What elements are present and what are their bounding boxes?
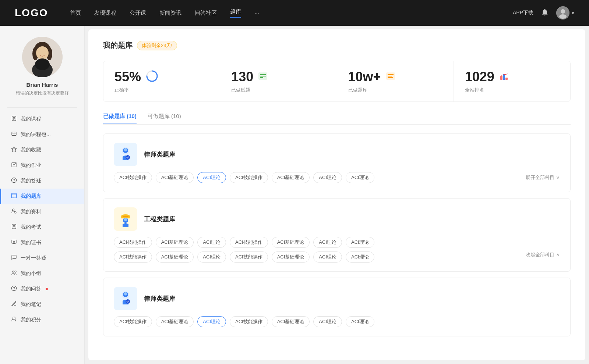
tag[interactable]: ACI理论 [346,251,374,263]
tag[interactable]: ACI基础理论 [272,172,310,183]
nav-home[interactable]: 首页 [70,10,81,17]
stat-value: 10w+ [348,69,381,85]
svg-point-29 [14,211,16,213]
nav-qa[interactable]: 问答社区 [195,10,217,17]
sidebar-item-course-pack[interactable]: 我的课程包... [0,127,84,142]
tag-active[interactable]: ACI理论 [197,172,226,183]
tag[interactable]: ACI理论 [346,316,374,327]
tag[interactable]: ACI技能操作 [114,172,152,183]
svg-point-9 [36,46,49,60]
tag-active[interactable]: ACI理论 [197,316,226,327]
sidebar-item-my-qa[interactable]: 我的答疑 [0,173,84,189]
one-on-one-icon [11,254,17,262]
svg-rect-16 [12,132,16,135]
tag[interactable]: ACI理论 [313,251,342,263]
bank-section-lawyer-1: 律师类题库 ACI技能操作 ACI基础理论 ACI理论 ACI技能操作 ACI基… [103,133,571,192]
nav-discover[interactable]: 发现课程 [94,10,116,17]
tag[interactable]: ACI技能操作 [230,316,268,327]
stat-value: 55% [114,69,141,85]
sidebar-item-course[interactable]: 我的课程 [0,111,84,127]
nav-menu: 首页 发现课程 公开课 新闻资讯 问答社区 题库 ··· [70,8,513,18]
tabs-row: 已做题库 (10) 可做题库 (10) [103,113,571,125]
sidebar-label: 一对一答疑 [21,255,46,261]
sidebar-label: 我的积分 [21,317,41,323]
nav-news[interactable]: 新闻资讯 [159,10,181,17]
svg-point-37 [11,286,16,290]
tag[interactable]: ACI基础理论 [156,316,194,327]
stat-label: 正确率 [114,87,209,93]
profile-avatar [22,37,63,77]
tag[interactable]: ACI技能操作 [114,251,152,263]
svg-point-35 [13,271,14,272]
materials-icon [11,208,17,215]
star-icon [11,146,17,154]
sidebar-item-notes[interactable]: 我的笔记 [0,297,84,312]
sidebar-label: 我的证书 [21,239,41,246]
notes-icon [11,301,17,308]
tag[interactable]: ACI理论 [313,316,342,327]
sidebar-item-group[interactable]: 我的小组 [0,266,84,281]
tag[interactable]: ACI理论 [313,237,342,248]
expand-button[interactable]: 展开全部科目 ∨ [526,174,560,181]
my-question-icon [11,285,17,293]
svg-point-36 [15,271,16,272]
tag[interactable]: ACI基础理论 [272,316,310,327]
sidebar-label: 我的笔记 [21,301,41,308]
svg-point-28 [12,209,14,211]
trial-badge: 体验剩余23天! [137,41,177,50]
tab-done-banks[interactable]: 已做题库 (10) [103,113,137,124]
stat-label: 已做试题 [231,87,325,93]
stat-accuracy: 55% 正确率 [103,61,220,101]
sidebar-item-points[interactable]: 我的积分 [0,312,84,328]
sidebar-item-favorites[interactable]: 我的收藏 [0,142,84,158]
tag[interactable]: ACI技能操作 [230,172,268,183]
tag[interactable]: ACI基础理论 [272,237,310,248]
exam-icon [11,224,17,231]
tag[interactable]: ACI技能操作 [114,316,152,327]
nav-bank[interactable]: 题库 [230,8,241,18]
bank-title: 律师类题库 [144,150,175,159]
accuracy-chart-icon [145,69,159,84]
tag[interactable]: ACI基础理论 [272,251,310,263]
app-download[interactable]: APP下载 [513,10,533,16]
svg-rect-50 [500,76,502,80]
sidebar-item-cert[interactable]: 我的证书 [0,235,84,250]
nav-open-course[interactable]: 公开课 [130,10,146,17]
sidebar-item-homework[interactable]: 我的作业 [0,158,84,173]
tab-available-banks[interactable]: 可做题库 (10) [148,113,181,124]
stat-done-questions: 130 已做试题 [220,61,337,101]
svg-point-56 [124,148,127,151]
tag[interactable]: ACI理论 [346,172,374,183]
tag[interactable]: ACI基础理论 [156,172,194,183]
collapse-button[interactable]: 收起全部科目 ∧ [526,251,560,263]
sidebar-item-materials[interactable]: 我的资料 [0,204,84,220]
user-avatar-menu[interactable]: ▾ [556,6,574,19]
tag[interactable]: ACI基础理论 [156,237,194,248]
tag[interactable]: ACI理论 [197,237,226,248]
sidebar-item-bank[interactable]: 我的题库 [0,189,84,204]
sidebar-item-one-on-one[interactable]: 一对一答疑 [0,250,84,266]
tag[interactable]: ACI理论 [313,172,342,183]
tag[interactable]: ACI技能操作 [114,237,152,248]
notification-icon[interactable] [541,8,549,18]
tag[interactable]: ACI理论 [346,237,374,248]
chevron-down-icon: ▾ [572,10,574,16]
cert-icon [11,239,17,246]
stat-value: 1029 [465,69,494,85]
nav-more[interactable]: ··· [254,10,259,16]
logo: LOGO [15,7,48,19]
tag[interactable]: ACI技能操作 [230,251,268,263]
engineer-icon [114,207,137,231]
stat-top: 10w+ [348,69,442,85]
sidebar-item-exam[interactable]: 我的考试 [0,220,84,235]
tag[interactable]: ACI技能操作 [230,237,268,248]
bank-tags: ACI技能操作 ACI基础理论 ACI理论 ACI技能操作 ACI基础理论 AC… [114,237,560,248]
tag[interactable]: ACI理论 [197,251,226,263]
stat-top: 130 [231,69,325,85]
svg-point-11 [35,58,50,70]
bank-header: 工程类题库 [114,207,560,231]
tag[interactable]: ACI基础理论 [156,251,194,263]
sidebar-item-my-question[interactable]: 我的问答 [0,281,84,297]
bank-tags-row2: ACI技能操作 ACI基础理论 ACI理论 ACI技能操作 ACI基础理论 AC… [114,251,560,263]
svg-point-2 [559,14,567,19]
